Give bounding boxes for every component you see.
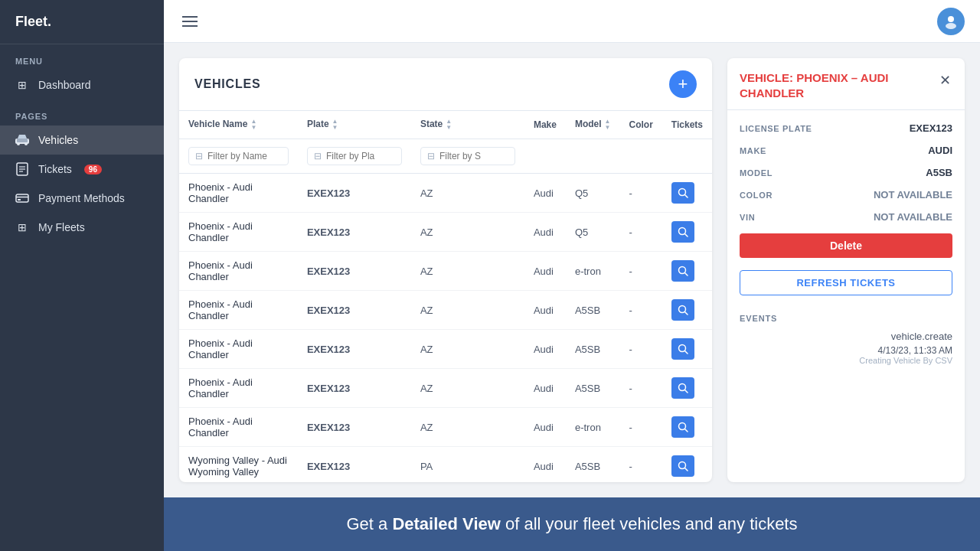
table-row[interactable]: Phoenix - Audi Chandler EXEX123 AZ Audi … [179, 291, 712, 330]
view-tickets-button[interactable] [671, 299, 694, 321]
svg-line-16 [684, 234, 688, 237]
add-vehicle-button[interactable]: + [669, 70, 697, 98]
field-make-value: AUDI [928, 145, 952, 156]
cell-model: e-tron [566, 408, 620, 447]
cell-state: AZ [411, 252, 524, 291]
hamburger-menu[interactable] [179, 13, 201, 30]
view-tickets-button[interactable] [671, 260, 694, 282]
cell-model: A5SB [566, 447, 620, 483]
detail-close-button[interactable]: ✕ [938, 70, 952, 90]
field-license-plate-value: EXEX123 [910, 122, 952, 134]
cell-color: - [620, 174, 662, 213]
avatar[interactable] [937, 8, 965, 35]
vehicles-icon [15, 133, 29, 147]
field-color-label: COLOR [740, 191, 773, 200]
cell-model: e-tron [566, 252, 620, 291]
vehicles-tbody: Phoenix - Audi Chandler EXEX123 AZ Audi … [179, 174, 712, 483]
svg-line-20 [684, 312, 688, 315]
col-make: Make [524, 111, 566, 139]
view-tickets-button[interactable] [671, 221, 694, 243]
filter-plate-input[interactable] [326, 151, 395, 161]
cell-plate: EXEX123 [298, 291, 411, 330]
banner-text: Get a Detailed View of all your fleet ve… [346, 514, 797, 533]
cell-color: - [620, 369, 662, 408]
filter-state-wrapper: ⊟ [420, 147, 515, 165]
fleets-icon: ⊞ [15, 220, 29, 234]
svg-line-22 [684, 351, 688, 354]
refresh-tickets-button[interactable]: REFRESH TICKETS [740, 270, 952, 295]
view-tickets-button[interactable] [671, 455, 694, 477]
filter-state-input[interactable] [439, 151, 508, 161]
vehicles-header: VEHICLES + [179, 58, 712, 111]
cell-name: Phoenix - Audi Chandler [179, 408, 298, 447]
sidebar-item-tickets[interactable]: Tickets 96 [0, 155, 164, 184]
bottom-banner: Get a Detailed View of all your fleet ve… [164, 497, 980, 551]
table-row[interactable]: Phoenix - Audi Chandler EXEX123 AZ Audi … [179, 174, 712, 213]
cell-tickets [662, 252, 712, 291]
svg-rect-8 [16, 194, 28, 202]
view-tickets-button[interactable] [671, 338, 694, 360]
detail-title: VEHICLE: PHOENIX – AUDI CHANDLER [740, 70, 938, 100]
filter-name-cell: ⊟ [179, 139, 298, 174]
pages-section-label: PAGES [0, 99, 164, 126]
tickets-badge: 96 [84, 165, 102, 174]
cell-make: Audi [524, 408, 566, 447]
filter-model-cell [566, 139, 620, 174]
sidebar-item-my-fleets[interactable]: ⊞ My Fleets [0, 213, 164, 242]
dashboard-icon: ⊞ [15, 78, 29, 92]
cell-name: Phoenix - Audi Chandler [179, 174, 298, 213]
filter-row: ⊟ ⊟ [179, 139, 712, 174]
view-tickets-button[interactable] [671, 416, 694, 438]
view-tickets-button[interactable] [671, 377, 694, 399]
cell-state: AZ [411, 174, 524, 213]
sidebar-item-label: My Fleets [38, 221, 85, 233]
sidebar-item-payment-methods[interactable]: Payment Methods [0, 184, 164, 213]
table-row[interactable]: Phoenix - Audi Chandler EXEX123 AZ Audi … [179, 408, 712, 447]
sidebar-item-vehicles[interactable]: Vehicles [0, 126, 164, 155]
cell-color: - [620, 291, 662, 330]
cell-make: Audi [524, 447, 566, 483]
svg-point-11 [948, 16, 954, 22]
events-label: EVENTS [740, 314, 952, 323]
cell-name: Phoenix - Audi Chandler [179, 369, 298, 408]
view-tickets-button[interactable] [671, 182, 694, 204]
sidebar-item-label: Vehicles [38, 134, 78, 146]
vehicles-title: VEHICLES [194, 77, 260, 91]
cell-tickets [662, 447, 712, 483]
table-row[interactable]: Phoenix - Audi Chandler EXEX123 AZ Audi … [179, 252, 712, 291]
vehicles-table: Vehicle Name▲▼ Plate▲▼ State▲▼ Make Mode… [179, 111, 712, 482]
sidebar-item-label: Payment Methods [38, 192, 125, 204]
svg-line-24 [684, 390, 688, 393]
table-row[interactable]: Phoenix - Audi Chandler EXEX123 AZ Audi … [179, 369, 712, 408]
filter-plate-wrapper: ⊟ [307, 147, 402, 165]
delete-button[interactable]: Delete [740, 233, 952, 258]
cell-state: AZ [411, 369, 524, 408]
field-license-plate: LICENSE PLATE EXEX123 [740, 122, 952, 134]
cell-state: AZ [411, 408, 524, 447]
cell-state: PA [411, 447, 524, 483]
app-logo: Fleet. [0, 0, 164, 44]
cell-model: Q5 [566, 174, 620, 213]
sidebar-item-label: Tickets [38, 163, 72, 175]
main-area: VEHICLES + Vehicle Name▲▼ Plate▲▼ State▲… [164, 0, 980, 551]
filter-state-cell: ⊟ [411, 139, 524, 174]
table-row[interactable]: Phoenix - Audi Chandler EXEX123 AZ Audi … [179, 330, 712, 369]
cell-tickets [662, 330, 712, 369]
cell-make: Audi [524, 174, 566, 213]
sidebar-item-dashboard[interactable]: ⊞ Dashboard [0, 70, 164, 99]
filter-name-input[interactable] [207, 151, 276, 161]
table-row[interactable]: Phoenix - Audi Chandler EXEX123 AZ Audi … [179, 213, 712, 252]
event-date: 4/13/23, 11:33 AM [740, 345, 952, 356]
event-name: vehicle.create [740, 331, 952, 342]
cell-plate: EXEX123 [298, 447, 411, 483]
filter-tickets-cell [662, 139, 712, 174]
cell-color: - [620, 408, 662, 447]
cell-color: - [620, 213, 662, 252]
detail-body: LICENSE PLATE EXEX123 MAKE AUDI MODEL A5… [727, 110, 965, 482]
cell-make: Audi [524, 252, 566, 291]
cell-make: Audi [524, 369, 566, 408]
content-area: VEHICLES + Vehicle Name▲▼ Plate▲▼ State▲… [164, 43, 980, 497]
table-row[interactable]: Wyoming Valley - Audi Wyoming Valley EXE… [179, 447, 712, 483]
field-vin-value: NOT AVAILABLE [874, 211, 952, 223]
field-model: MODEL A5SB [740, 167, 952, 178]
